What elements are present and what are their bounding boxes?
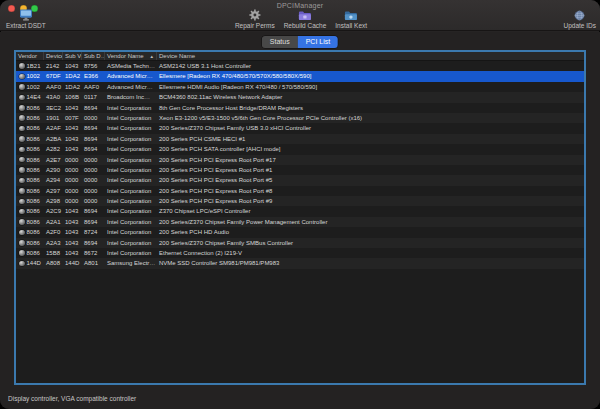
sub-vendor-cell: 1043	[63, 123, 82, 133]
purple-folder-icon	[298, 9, 312, 21]
update-ids-button[interactable]: Update IDs	[563, 9, 596, 29]
gear-icon	[249, 9, 261, 21]
window-title: DPCIManager	[0, 2, 600, 9]
pci-device-icon	[19, 209, 25, 215]
view-tabs: Status PCI List	[262, 36, 338, 48]
table-row[interactable]: 8086 A2A1 1043 8694 Intel Corporation 20…	[16, 217, 584, 227]
sub-vendor-cell: 1043	[63, 206, 82, 216]
sub-vendor-cell: 1DA2	[63, 71, 82, 81]
vendor-cell: 144D	[16, 258, 44, 268]
table-row[interactable]: 8086 A2E7 0000 0000 Intel Corporation 20…	[16, 155, 584, 165]
tab-pci-list[interactable]: PCI List	[298, 36, 339, 48]
vendor-cell: 8086	[16, 238, 44, 248]
pci-device-icon	[19, 250, 25, 256]
sub-vendor-cell: 1043	[63, 217, 82, 227]
rebuild-cache-label: Rebuild Cache	[284, 22, 327, 29]
pci-device-icon	[19, 219, 25, 225]
device-cell: 1901	[44, 113, 63, 123]
sub-device-cell: 8694	[82, 123, 105, 133]
sub-vendor-cell: 0000	[63, 175, 82, 185]
vendor-name-cell: Intel Corporation	[105, 206, 157, 216]
device-cell: A808	[44, 258, 63, 268]
device-name-cell: 200 Series PCH SATA controller [AHCI mod…	[157, 144, 584, 154]
device-name-cell: Ellesmere [Radeon RX 470/480/570/570X/58…	[157, 71, 584, 81]
rebuild-cache-button[interactable]: Rebuild Cache	[284, 9, 327, 29]
table-row[interactable]: 8086 A282 1043 8694 Intel Corporation 20…	[16, 144, 584, 154]
display-icon	[19, 9, 33, 21]
pci-device-icon	[19, 167, 25, 173]
table-row[interactable]: 14E4 43A0 106B 0117 Broadcom Inc… BCM436…	[16, 92, 584, 102]
sub-device-cell: 8694	[82, 103, 105, 113]
device-name-cell: 200 Series PCH PCI Express Root Port #17	[157, 155, 584, 165]
sub-device-cell: 0000	[82, 175, 105, 185]
vendor-cell: 8086	[16, 175, 44, 185]
pci-device-icon	[19, 147, 25, 153]
table-row[interactable]: 8086 A297 0000 0000 Intel Corporation 20…	[16, 186, 584, 196]
device-cell: A294	[44, 175, 63, 185]
device-cell: A2BA	[44, 134, 63, 144]
table-row[interactable]: 8086 3EC2 1043 8694 Intel Corporation 8t…	[16, 103, 584, 113]
device-name-cell: 200 Series PCH HD Audio	[157, 227, 584, 237]
sub-device-cell: 8694	[82, 238, 105, 248]
pci-device-icon	[19, 136, 25, 142]
device-name-cell: NVMe SSD Controller SM981/PM981/PM983	[157, 258, 584, 268]
extract-dsdt-label: Extract DSDT	[6, 22, 46, 29]
table-row[interactable]: 8086 A298 0000 0000 Intel Corporation 20…	[16, 196, 584, 206]
table-row[interactable]: 8086 A2AF 1043 8694 Intel Corporation 20…	[16, 123, 584, 133]
device-name-cell: 200 Series/Z370 Chipset Family Power Man…	[157, 217, 584, 227]
sub-device-cell: 0000	[82, 165, 105, 175]
vendor-name-cell: Advanced Micr…	[105, 71, 157, 81]
sort-ascending-icon: ▲	[150, 54, 154, 59]
pci-device-icon	[19, 105, 25, 111]
table-row[interactable]: 8086 15B8 1043 8672 Intel Corporation Et…	[16, 248, 584, 258]
sub-device-cell: 8672	[82, 248, 105, 258]
app-window: DPCIManager Extract DSDT	[0, 0, 600, 409]
vendor-cell: 8086	[16, 217, 44, 227]
table-row[interactable]: 8086 A294 0000 0000 Intel Corporation 20…	[16, 175, 584, 185]
table-row[interactable]: 8086 A2A3 1043 8694 Intel Corporation 20…	[16, 238, 584, 248]
table-row[interactable]: 144D A808 144D A801 Samsung Electr… NVMe…	[16, 258, 584, 268]
table-row[interactable]: 8086 A290 0000 0000 Intel Corporation 20…	[16, 165, 584, 175]
pci-table: Vendor Device Sub V… Sub D… Vendor Name …	[14, 50, 586, 385]
sub-vendor-cell: 0000	[63, 186, 82, 196]
sub-vendor-cell: 106B	[63, 92, 82, 102]
vendor-name-cell: ASMedia Techn…	[105, 61, 157, 71]
extract-dsdt-button[interactable]: Extract DSDT	[6, 9, 46, 29]
sub-vendor-cell: 1043	[63, 103, 82, 113]
column-header-sub-device[interactable]: Sub D…	[82, 52, 105, 60]
sub-vendor-cell: 0000	[63, 155, 82, 165]
vendor-name-cell: Intel Corporation	[105, 217, 157, 227]
vendor-name-cell: Intel Corporation	[105, 103, 157, 113]
table-row[interactable]: 8086 A2F0 1043 8724 Intel Corporation 20…	[16, 227, 584, 237]
table-row[interactable]: 8086 A2C9 1043 8694 Intel Corporation Z3…	[16, 206, 584, 216]
sub-vendor-cell: 0000	[63, 196, 82, 206]
column-header-device[interactable]: Device	[44, 52, 63, 60]
vendor-cell: 8086	[16, 144, 44, 154]
pci-device-icon	[19, 74, 25, 80]
repair-perms-button[interactable]: Repair Perms	[235, 9, 275, 29]
sub-device-cell: AAF0	[82, 82, 105, 92]
vendor-cell: 8086	[16, 206, 44, 216]
column-header-vendor[interactable]: Vendor	[16, 52, 44, 60]
device-cell: A290	[44, 165, 63, 175]
device-cell: 3EC2	[44, 103, 63, 113]
table-row[interactable]: 1002 67DF 1DA2 E366 Advanced Micr… Elles…	[16, 71, 584, 81]
table-row[interactable]: 8086 1901 007F 0000 Intel Corporation Xe…	[16, 113, 584, 123]
sub-vendor-cell: 1DA2	[63, 82, 82, 92]
table-row[interactable]: 8086 A2BA 1043 8694 Intel Corporation 20…	[16, 134, 584, 144]
device-name-cell: 200 Series PCH CSME HECI #1	[157, 134, 584, 144]
table-row[interactable]: 1002 AAF0 1DA2 AAF0 Advanced Micr… Elles…	[16, 82, 584, 92]
device-cell: A2A1	[44, 217, 63, 227]
column-header-vendor-name[interactable]: Vendor Name ▲	[105, 52, 157, 60]
column-header-sub-vendor[interactable]: Sub V…	[63, 52, 82, 60]
sub-device-cell: 8694	[82, 134, 105, 144]
vendor-cell: 1B21	[16, 61, 44, 71]
device-cell: A2A3	[44, 238, 63, 248]
column-header-device-name[interactable]: Device Name	[157, 52, 584, 60]
status-bar-text: Display controller, VGA compatible contr…	[8, 395, 136, 402]
table-body: 1B21 2142 1043 8756 ASMedia Techn… ASM21…	[16, 61, 584, 269]
install-kext-button[interactable]: Install Kext	[335, 9, 367, 29]
sub-vendor-cell: 1043	[63, 144, 82, 154]
tab-status[interactable]: Status	[262, 36, 298, 48]
table-row[interactable]: 1B21 2142 1043 8756 ASMedia Techn… ASM21…	[16, 61, 584, 71]
